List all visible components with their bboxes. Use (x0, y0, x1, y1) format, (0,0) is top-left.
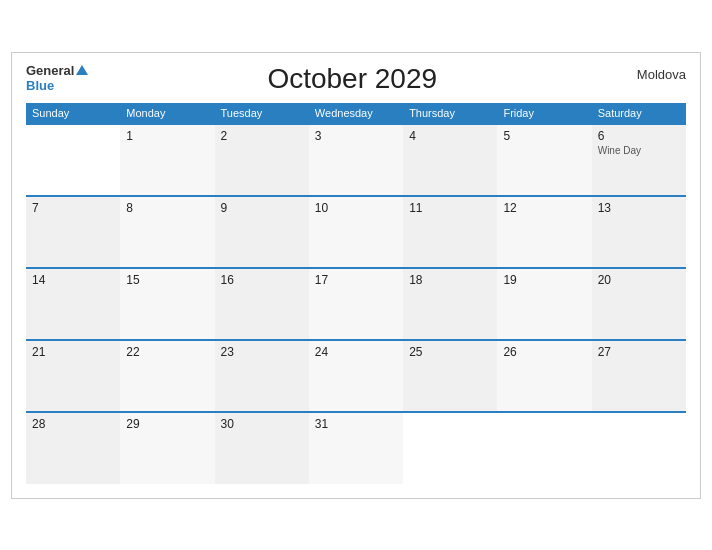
day-number: 30 (221, 417, 303, 431)
holiday-label: Wine Day (598, 145, 680, 156)
day-cell (26, 124, 120, 196)
week-row-1: 78910111213 (26, 196, 686, 268)
day-number: 16 (221, 273, 303, 287)
day-cell: 10 (309, 196, 403, 268)
day-cell: 21 (26, 340, 120, 412)
day-number: 20 (598, 273, 680, 287)
day-number: 8 (126, 201, 208, 215)
day-number: 14 (32, 273, 114, 287)
day-number: 12 (503, 201, 585, 215)
day-cell: 6Wine Day (592, 124, 686, 196)
day-number: 5 (503, 129, 585, 143)
day-cell: 15 (120, 268, 214, 340)
day-cell: 19 (497, 268, 591, 340)
day-cell: 1 (120, 124, 214, 196)
day-cell: 4 (403, 124, 497, 196)
day-cell: 25 (403, 340, 497, 412)
day-cell (497, 412, 591, 484)
day-cell: 27 (592, 340, 686, 412)
day-number: 19 (503, 273, 585, 287)
day-cell: 14 (26, 268, 120, 340)
day-cell (592, 412, 686, 484)
weekday-header-monday: Monday (120, 103, 214, 124)
day-number: 28 (32, 417, 114, 431)
day-cell: 30 (215, 412, 309, 484)
day-number: 2 (221, 129, 303, 143)
weekday-header-tuesday: Tuesday (215, 103, 309, 124)
logo-general-text: General (26, 63, 74, 79)
day-cell: 20 (592, 268, 686, 340)
logo-blue-text: Blue (26, 78, 54, 94)
day-number: 31 (315, 417, 397, 431)
day-number: 18 (409, 273, 491, 287)
day-cell: 29 (120, 412, 214, 484)
day-cell: 22 (120, 340, 214, 412)
day-number: 23 (221, 345, 303, 359)
day-cell: 13 (592, 196, 686, 268)
day-number: 24 (315, 345, 397, 359)
day-number: 13 (598, 201, 680, 215)
day-cell: 17 (309, 268, 403, 340)
weekday-header-row: SundayMondayTuesdayWednesdayThursdayFrid… (26, 103, 686, 124)
day-cell: 2 (215, 124, 309, 196)
day-number: 27 (598, 345, 680, 359)
calendar-title: October 2029 (88, 63, 616, 95)
day-cell: 5 (497, 124, 591, 196)
logo: General Blue (26, 63, 88, 94)
day-cell: 12 (497, 196, 591, 268)
logo-triangle-icon (76, 65, 88, 75)
day-number: 22 (126, 345, 208, 359)
week-row-2: 14151617181920 (26, 268, 686, 340)
day-cell: 23 (215, 340, 309, 412)
calendar-wrapper: General Blue October 2029 Moldova Sunday… (11, 52, 701, 499)
weekday-header-friday: Friday (497, 103, 591, 124)
day-cell: 3 (309, 124, 403, 196)
weekday-header-thursday: Thursday (403, 103, 497, 124)
day-cell: 7 (26, 196, 120, 268)
day-number: 26 (503, 345, 585, 359)
week-row-3: 21222324252627 (26, 340, 686, 412)
calendar-header: General Blue October 2029 Moldova (26, 63, 686, 95)
day-cell: 26 (497, 340, 591, 412)
day-cell: 11 (403, 196, 497, 268)
day-cell: 16 (215, 268, 309, 340)
week-row-4: 28293031 (26, 412, 686, 484)
weekday-header-wednesday: Wednesday (309, 103, 403, 124)
day-number: 25 (409, 345, 491, 359)
weekday-header-saturday: Saturday (592, 103, 686, 124)
day-number: 9 (221, 201, 303, 215)
day-number: 7 (32, 201, 114, 215)
day-cell: 31 (309, 412, 403, 484)
day-number: 1 (126, 129, 208, 143)
day-number: 17 (315, 273, 397, 287)
day-cell (403, 412, 497, 484)
day-number: 6 (598, 129, 680, 143)
day-number: 29 (126, 417, 208, 431)
day-number: 4 (409, 129, 491, 143)
day-cell: 9 (215, 196, 309, 268)
week-row-0: 123456Wine Day (26, 124, 686, 196)
day-cell: 24 (309, 340, 403, 412)
day-number: 15 (126, 273, 208, 287)
day-number: 3 (315, 129, 397, 143)
day-cell: 18 (403, 268, 497, 340)
weekday-header-sunday: Sunday (26, 103, 120, 124)
day-number: 10 (315, 201, 397, 215)
day-number: 11 (409, 201, 491, 215)
calendar-grid: SundayMondayTuesdayWednesdayThursdayFrid… (26, 103, 686, 484)
country-label: Moldova (616, 63, 686, 82)
day-cell: 28 (26, 412, 120, 484)
day-cell: 8 (120, 196, 214, 268)
day-number: 21 (32, 345, 114, 359)
